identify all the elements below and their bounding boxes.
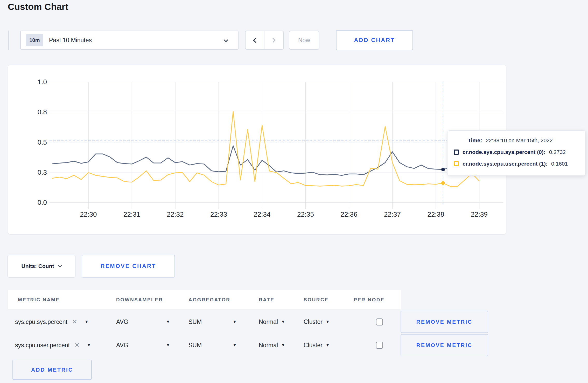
chevron-left-icon <box>253 38 258 42</box>
x-axis-tick-label: 22:30 <box>80 210 97 218</box>
source-value: Cluster <box>304 318 323 325</box>
x-axis-tick-label: 22:36 <box>340 210 357 218</box>
dropdown-arrow-icon: ▼ <box>166 343 170 347</box>
crosshair-dot <box>441 181 445 185</box>
per-node-checkbox[interactable] <box>376 342 383 349</box>
chevron-down-icon <box>223 37 228 42</box>
remove-chart-button[interactable]: REMOVE CHART <box>82 255 175 278</box>
metric-row: sys.cpu.sys.percent ✕ ▼ AVG▼ SUM▼ Normal… <box>8 311 580 333</box>
col-header-downsampler: DOWNSAMPLER <box>116 297 188 303</box>
source-dropdown[interactable]: Cluster▼ <box>304 342 368 349</box>
dropdown-arrow-icon: ▼ <box>233 343 237 347</box>
metrics-table-header: METRIC NAME DOWNSAMPLER AGGREGATOR RATE … <box>8 290 401 309</box>
rate-value: Normal <box>259 318 278 325</box>
col-header-source: SOURCE <box>304 297 354 303</box>
rate-dropdown[interactable]: Normal▼ <box>259 318 304 325</box>
downsampler-value: AVG <box>116 318 128 325</box>
y-axis-tick-label: 0.8 <box>38 108 47 116</box>
chart-tooltip: Time: 22:38:10 on Mar 15th, 2022 cr.node… <box>447 130 586 176</box>
series-user-swatch-icon <box>454 161 459 166</box>
aggregator-dropdown[interactable]: SUM▼ <box>188 318 237 325</box>
chart-card: 1.00.80.50.30.022:3022:3122:3222:3322:34… <box>8 65 506 235</box>
tooltip-user-value: 0.1601 <box>551 161 568 167</box>
metric-name-dropdown[interactable]: sys.cpu.sys.percent ✕ ▼ <box>15 318 116 325</box>
rate-value: Normal <box>259 342 278 349</box>
dropdown-arrow-icon: ▼ <box>326 343 330 347</box>
prev-time-button[interactable] <box>246 31 264 49</box>
tooltip-time-value: 22:38:10 on Mar 15th, 2022 <box>486 137 553 144</box>
time-range-badge: 10m <box>26 34 43 46</box>
tooltip-sys-label: cr.node.sys.cpu.sys.percent (0): <box>463 149 545 155</box>
next-time-button[interactable] <box>264 31 283 49</box>
x-axis-tick-label: 22:31 <box>123 210 140 218</box>
chevron-down-icon <box>58 263 62 267</box>
now-button[interactable]: Now <box>289 31 319 50</box>
source-value: Cluster <box>304 342 323 349</box>
y-axis-tick-label: 0.5 <box>38 138 47 146</box>
clear-metric-icon[interactable]: ✕ <box>72 318 77 325</box>
col-header-aggregator: AGGREGATOR <box>188 297 259 303</box>
toolbar-divider <box>8 31 9 50</box>
dropdown-arrow-icon[interactable]: ▼ <box>85 320 89 324</box>
tooltip-user-label: cr.node.sys.cpu.user.percent (1): <box>463 161 548 167</box>
clear-metric-icon[interactable]: ✕ <box>74 342 80 349</box>
dropdown-arrow-icon: ▼ <box>326 320 330 324</box>
add-chart-button[interactable]: ADD CHART <box>336 30 413 50</box>
downsampler-value: AVG <box>116 342 128 349</box>
downsampler-dropdown[interactable]: AVG▼ <box>116 318 170 325</box>
y-axis-tick-label: 1.0 <box>38 78 47 86</box>
dropdown-arrow-icon: ▼ <box>233 320 237 324</box>
metric-name-value: sys.cpu.user.percent <box>15 342 70 349</box>
cpu-usage-chart[interactable]: 1.00.80.50.30.022:3022:3122:3222:3322:34… <box>8 65 507 235</box>
metric-name-value: sys.cpu.sys.percent <box>15 318 67 325</box>
series-line <box>52 111 479 186</box>
dropdown-arrow-icon: ▼ <box>166 320 170 324</box>
metric-name-dropdown[interactable]: sys.cpu.user.percent ✕ ▼ <box>15 342 116 349</box>
col-header-per-node: PER NODE <box>354 297 401 303</box>
y-axis-tick-label: 0.0 <box>38 198 47 206</box>
aggregator-value: SUM <box>188 318 202 325</box>
metric-row: sys.cpu.user.percent ✕ ▼ AVG▼ SUM▼ Norma… <box>8 334 580 356</box>
rate-dropdown[interactable]: Normal▼ <box>259 342 304 349</box>
col-header-metric-name: METRIC NAME <box>18 297 116 303</box>
add-metric-button[interactable]: ADD METRIC <box>12 360 92 380</box>
dropdown-arrow-icon: ▼ <box>281 320 285 324</box>
x-axis-tick-label: 22:34 <box>254 210 270 218</box>
x-axis-tick-label: 22:37 <box>384 210 401 218</box>
remove-metric-button[interactable]: REMOVE METRIC <box>401 334 488 356</box>
dropdown-arrow-icon[interactable]: ▼ <box>87 343 91 347</box>
y-axis-tick-label: 0.3 <box>38 168 47 176</box>
tooltip-sys-value: 0.2732 <box>549 149 566 155</box>
aggregator-value: SUM <box>188 342 202 349</box>
x-axis-tick-label: 22:39 <box>471 210 488 218</box>
time-pager <box>245 31 284 50</box>
x-axis-tick-label: 22:38 <box>427 210 444 218</box>
downsampler-dropdown[interactable]: AVG▼ <box>116 342 170 349</box>
series-sys-swatch-icon <box>454 150 459 155</box>
aggregator-dropdown[interactable]: SUM▼ <box>188 342 237 349</box>
x-axis-tick-label: 22:33 <box>210 210 227 218</box>
x-axis-tick-label: 22:32 <box>167 210 184 218</box>
per-node-checkbox[interactable] <box>376 318 383 325</box>
dropdown-arrow-icon: ▼ <box>281 343 285 347</box>
time-range-dropdown[interactable]: 10m Past 10 Minutes <box>20 31 239 50</box>
x-axis-tick-label: 22:35 <box>297 210 314 218</box>
page-title: Custom Chart <box>8 2 68 12</box>
tooltip-time-label: Time: <box>468 137 482 144</box>
crosshair-dot <box>441 168 445 171</box>
units-label: Units: Count <box>22 263 54 269</box>
source-dropdown[interactable]: Cluster▼ <box>304 318 368 325</box>
time-range-label: Past 10 Minutes <box>49 37 92 44</box>
col-header-rate: RATE <box>259 297 304 303</box>
remove-metric-button[interactable]: REMOVE METRIC <box>401 311 488 333</box>
units-dropdown[interactable]: Units: Count <box>8 255 75 278</box>
chevron-right-icon <box>271 38 275 42</box>
